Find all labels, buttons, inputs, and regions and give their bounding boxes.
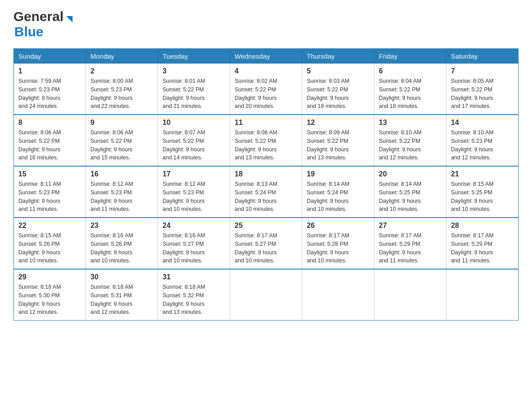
day-number: 20: [379, 170, 442, 178]
day-info: Sunrise: 8:02 AM Sunset: 5:22 PM Dayligh…: [235, 77, 297, 111]
day-info: Sunrise: 8:10 AM Sunset: 5:22 PM Dayligh…: [379, 128, 442, 162]
calendar-header-wednesday: Wednesday: [230, 49, 302, 64]
day-number: 16: [90, 170, 153, 178]
day-number: 15: [18, 170, 81, 178]
calendar-cell: [302, 269, 374, 321]
sunrise-text: Sunrise: 8:17 AM: [379, 231, 442, 240]
day-number: 7: [451, 67, 514, 75]
sunset-text: Sunset: 5:29 PM: [451, 240, 514, 248]
daylight-text: Daylight: 9 hours: [18, 248, 81, 257]
logo: General Blue: [13, 9, 74, 39]
sunrise-text: Sunrise: 8:00 AM: [90, 77, 153, 86]
daylight-text: Daylight: 9 hours: [451, 197, 514, 206]
sunset-text: Sunset: 5:22 PM: [163, 137, 225, 146]
sunset-text: Sunset: 5:32 PM: [163, 291, 225, 300]
daylight-text: Daylight: 9 hours: [235, 197, 297, 206]
day-info: Sunrise: 8:18 AM Sunset: 5:30 PM Dayligh…: [18, 283, 81, 317]
calendar-header-thursday: Thursday: [302, 49, 374, 64]
calendar-header-row: SundayMondayTuesdayWednesdayThursdayFrid…: [14, 49, 519, 64]
calendar-cell: 2 Sunrise: 8:00 AM Sunset: 5:23 PM Dayli…: [86, 64, 158, 115]
day-info: Sunrise: 8:03 AM Sunset: 5:22 PM Dayligh…: [307, 77, 369, 111]
daylight-text2: and 14 minutes.: [163, 154, 225, 162]
sunset-text: Sunset: 5:28 PM: [307, 240, 369, 248]
daylight-text: Daylight: 9 hours: [379, 248, 442, 257]
day-number: 2: [90, 67, 153, 75]
day-info: Sunrise: 8:09 AM Sunset: 5:22 PM Dayligh…: [307, 128, 369, 162]
daylight-text2: and 13 minutes.: [235, 154, 297, 162]
day-info: Sunrise: 8:17 AM Sunset: 5:29 PM Dayligh…: [379, 231, 442, 265]
day-info: Sunrise: 8:15 AM Sunset: 5:26 PM Dayligh…: [18, 231, 81, 265]
calendar-header-sunday: Sunday: [14, 49, 86, 64]
daylight-text: Daylight: 9 hours: [90, 94, 153, 103]
sunset-text: Sunset: 5:22 PM: [235, 86, 297, 94]
daylight-text: Daylight: 9 hours: [379, 197, 442, 206]
sunrise-text: Sunrise: 8:07 AM: [163, 128, 225, 137]
day-info: Sunrise: 8:14 AM Sunset: 5:25 PM Dayligh…: [379, 180, 442, 214]
daylight-text2: and 10 minutes.: [163, 205, 225, 214]
daylight-text2: and 10 minutes.: [163, 257, 225, 265]
calendar-cell: 18 Sunrise: 8:13 AM Sunset: 5:24 PM Dayl…: [230, 166, 302, 218]
sunset-text: Sunset: 5:24 PM: [235, 188, 297, 197]
daylight-text2: and 16 minutes.: [18, 154, 81, 162]
calendar-week-3: 15 Sunrise: 8:11 AM Sunset: 5:23 PM Dayl…: [14, 166, 519, 218]
calendar-cell: 20 Sunrise: 8:14 AM Sunset: 5:25 PM Dayl…: [374, 166, 446, 218]
logo-general-text: General: [13, 9, 64, 24]
daylight-text: Daylight: 9 hours: [18, 146, 81, 154]
sunset-text: Sunset: 5:30 PM: [18, 291, 81, 300]
calendar-cell: 31 Sunrise: 8:18 AM Sunset: 5:32 PM Dayl…: [158, 269, 230, 321]
calendar-cell: 19 Sunrise: 8:14 AM Sunset: 5:24 PM Dayl…: [302, 166, 374, 218]
sunrise-text: Sunrise: 8:01 AM: [163, 77, 225, 86]
sunset-text: Sunset: 5:27 PM: [163, 240, 225, 248]
day-info: Sunrise: 8:12 AM Sunset: 5:23 PM Dayligh…: [163, 180, 225, 214]
calendar-cell: 12 Sunrise: 8:09 AM Sunset: 5:22 PM Dayl…: [302, 115, 374, 166]
sunrise-text: Sunrise: 8:14 AM: [379, 180, 442, 188]
calendar-cell: 15 Sunrise: 8:11 AM Sunset: 5:23 PM Dayl…: [14, 166, 86, 218]
daylight-text2: and 11 minutes.: [379, 257, 442, 265]
day-info: Sunrise: 8:05 AM Sunset: 5:22 PM Dayligh…: [451, 77, 514, 111]
calendar-cell: 8 Sunrise: 8:06 AM Sunset: 5:22 PM Dayli…: [14, 115, 86, 166]
daylight-text2: and 10 minutes.: [379, 205, 442, 214]
sunrise-text: Sunrise: 8:09 AM: [307, 128, 369, 137]
daylight-text2: and 10 minutes.: [18, 257, 81, 265]
logo-blue-text: Blue: [13, 24, 43, 39]
day-number: 5: [307, 67, 369, 75]
day-number: 9: [90, 119, 153, 127]
calendar-cell: 11 Sunrise: 8:08 AM Sunset: 5:22 PM Dayl…: [230, 115, 302, 166]
daylight-text: Daylight: 9 hours: [163, 248, 225, 257]
daylight-text: Daylight: 9 hours: [163, 197, 225, 206]
calendar-week-1: 1 Sunrise: 7:59 AM Sunset: 5:23 PM Dayli…: [14, 64, 519, 115]
day-number: 17: [163, 170, 225, 178]
sunset-text: Sunset: 5:22 PM: [307, 86, 369, 94]
day-number: 25: [235, 222, 297, 230]
sunset-text: Sunset: 5:22 PM: [379, 86, 442, 94]
sunset-text: Sunset: 5:26 PM: [90, 240, 153, 248]
daylight-text2: and 10 minutes.: [235, 257, 297, 265]
sunset-text: Sunset: 5:23 PM: [90, 86, 153, 94]
day-info: Sunrise: 8:16 AM Sunset: 5:27 PM Dayligh…: [163, 231, 225, 265]
day-number: 22: [18, 222, 81, 230]
daylight-text2: and 12 minutes.: [379, 154, 442, 162]
sunrise-text: Sunrise: 8:12 AM: [163, 180, 225, 188]
calendar-cell: 3 Sunrise: 8:01 AM Sunset: 5:22 PM Dayli…: [158, 64, 230, 115]
sunrise-text: Sunrise: 8:04 AM: [379, 77, 442, 86]
daylight-text2: and 18 minutes.: [379, 102, 442, 111]
calendar-cell: 21 Sunrise: 8:15 AM Sunset: 5:25 PM Dayl…: [446, 166, 519, 218]
day-info: Sunrise: 8:17 AM Sunset: 5:27 PM Dayligh…: [235, 231, 297, 265]
svg-marker-0: [66, 16, 73, 22]
day-number: 29: [18, 273, 81, 281]
daylight-text: Daylight: 9 hours: [379, 94, 442, 103]
calendar-cell: 10 Sunrise: 8:07 AM Sunset: 5:22 PM Dayl…: [158, 115, 230, 166]
calendar-week-4: 22 Sunrise: 8:15 AM Sunset: 5:26 PM Dayl…: [14, 218, 519, 269]
daylight-text2: and 20 minutes.: [235, 102, 297, 111]
daylight-text2: and 12 minutes.: [18, 308, 81, 317]
sunset-text: Sunset: 5:22 PM: [451, 86, 514, 94]
daylight-text: Daylight: 9 hours: [307, 248, 369, 257]
calendar-cell: 25 Sunrise: 8:17 AM Sunset: 5:27 PM Dayl…: [230, 218, 302, 269]
calendar-cell: 9 Sunrise: 8:06 AM Sunset: 5:22 PM Dayli…: [86, 115, 158, 166]
daylight-text2: and 10 minutes.: [307, 205, 369, 214]
day-info: Sunrise: 8:04 AM Sunset: 5:22 PM Dayligh…: [379, 77, 442, 111]
sunrise-text: Sunrise: 8:15 AM: [451, 180, 514, 188]
daylight-text: Daylight: 9 hours: [18, 197, 81, 206]
day-number: 27: [379, 222, 442, 230]
page-header: General Blue: [13, 9, 519, 39]
